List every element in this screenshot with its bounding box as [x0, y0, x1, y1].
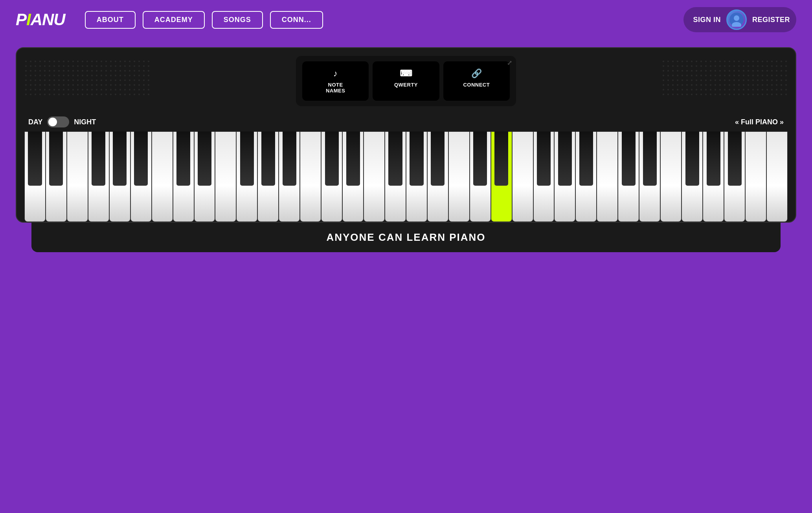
toggle-knob [48, 118, 57, 126]
white-key-23[interactable] [512, 131, 533, 222]
header: PiANU ABOUT ACADEMY SONGS CONN... SIGN I… [0, 0, 812, 39]
black-key-16[interactable] [494, 131, 508, 186]
logo[interactable]: PiANU [16, 10, 65, 29]
control-panel: ⤢ ♪ NOTENAMES ⌨ QWERTY 🔗 CONNECT [296, 56, 516, 106]
black-key-17[interactable] [537, 131, 551, 186]
white-key-27[interactable] [597, 131, 618, 222]
black-key-6[interactable] [198, 131, 211, 186]
day-night-toggle[interactable] [47, 116, 69, 127]
nav-about[interactable]: ABOUT [85, 11, 136, 29]
keyboard-icon: ⌨ [400, 68, 413, 79]
black-key-13[interactable] [410, 131, 423, 186]
sign-in-button[interactable]: SIGN IN [693, 16, 721, 24]
black-key-4[interactable] [134, 131, 148, 186]
main-content: ⤢ ♪ NOTENAMES ⌨ QWERTY 🔗 CONNECT [0, 39, 812, 252]
white-key-13[interactable] [300, 131, 321, 222]
black-key-1[interactable] [49, 131, 63, 186]
note-names-button[interactable]: ♪ NOTENAMES [302, 61, 369, 101]
note-names-label: NOTENAMES [326, 82, 345, 94]
black-key-24[interactable] [728, 131, 742, 186]
white-key-16[interactable] [364, 131, 385, 222]
black-key-5[interactable] [176, 131, 190, 186]
music-note-icon: ♪ [333, 68, 338, 79]
left-speaker [24, 56, 158, 97]
piano-controls: DAY NIGHT « Full PIANO » [24, 113, 788, 131]
black-key-10[interactable] [325, 131, 339, 186]
bottom-banner: ANYONE CAN LEARN PIANO [31, 223, 781, 252]
banner-text: ANYONE CAN LEARN PIANO [326, 231, 485, 243]
black-key-2[interactable] [92, 131, 105, 186]
white-key-9[interactable] [215, 131, 236, 222]
qwerty-button[interactable]: ⌨ QWERTY [373, 61, 439, 101]
auth-area: SIGN IN REGISTER [683, 7, 796, 32]
svg-rect-4 [24, 60, 150, 95]
navigation: ABOUT ACADEMY SONGS CONN... [85, 11, 672, 29]
avatar[interactable] [726, 9, 747, 30]
black-key-19[interactable] [579, 131, 593, 186]
black-key-21[interactable] [643, 131, 657, 186]
black-key-7[interactable] [240, 131, 254, 186]
nav-songs[interactable]: SONGS [212, 11, 263, 29]
white-key-35[interactable] [766, 131, 788, 222]
link-icon: 🔗 [471, 68, 482, 79]
white-key-2[interactable] [67, 131, 88, 222]
white-key-30[interactable] [660, 131, 682, 222]
black-key-20[interactable] [622, 131, 636, 186]
piano-keys [24, 131, 788, 222]
logo-text: PiANU [16, 10, 65, 29]
control-panel-inner: ⤢ ♪ NOTENAMES ⌨ QWERTY 🔗 CONNECT [296, 56, 516, 106]
white-key-6[interactable] [152, 131, 173, 222]
black-key-22[interactable] [685, 131, 699, 186]
connect-button[interactable]: 🔗 CONNECT [443, 61, 510, 101]
expand-icon: ⤢ [507, 59, 512, 66]
register-button[interactable]: REGISTER [752, 16, 790, 24]
nav-academy[interactable]: ACADEMY [143, 11, 205, 29]
piano-container: ⤢ ♪ NOTENAMES ⌨ QWERTY 🔗 CONNECT [16, 47, 796, 223]
black-key-9[interactable] [283, 131, 296, 186]
black-key-15[interactable] [473, 131, 487, 186]
svg-point-1 [734, 15, 739, 21]
svg-rect-5 [662, 60, 788, 95]
black-key-11[interactable] [346, 131, 360, 186]
connect-label: CONNECT [463, 82, 490, 88]
night-label: NIGHT [74, 118, 96, 126]
black-key-12[interactable] [388, 131, 402, 186]
white-key-34[interactable] [745, 131, 766, 222]
day-label: DAY [28, 118, 42, 126]
black-key-18[interactable] [558, 131, 572, 186]
nav-connect[interactable]: CONN... [270, 11, 323, 29]
white-key-20[interactable] [448, 131, 470, 222]
black-key-14[interactable] [431, 131, 445, 186]
black-key-23[interactable] [707, 131, 720, 186]
full-piano-button[interactable]: « Full PIANO » [735, 118, 784, 126]
right-speaker [654, 56, 788, 95]
qwerty-label: QWERTY [394, 82, 418, 88]
black-key-0[interactable] [28, 131, 42, 186]
black-key-3[interactable] [113, 131, 127, 186]
piano-keys-wrapper [24, 131, 788, 222]
black-key-8[interactable] [261, 131, 275, 186]
day-night-toggle-area: DAY NIGHT [28, 116, 96, 127]
